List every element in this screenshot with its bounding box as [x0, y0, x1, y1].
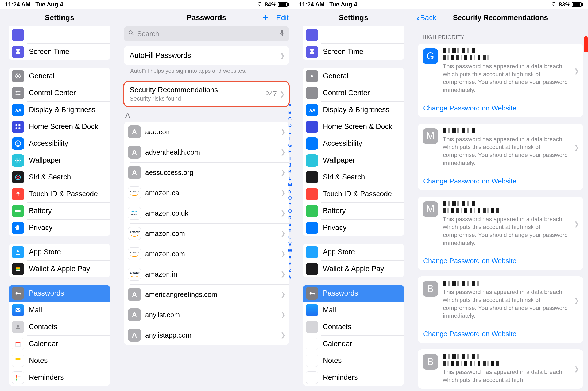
autofill-passwords-row[interactable]: AutoFill Passwords ❯ [124, 46, 289, 65]
recommendation-body[interactable]: MThis password has appeared in a data br… [418, 124, 583, 172]
sidebar-item-battery[interactable]: Battery [9, 202, 110, 219]
sidebar-item-general[interactable]: General [303, 68, 404, 85]
recommendation-card: BThis password has appeared in a data br… [418, 349, 583, 389]
index-letter[interactable]: T [289, 228, 291, 235]
index-letter[interactable]: # [289, 274, 291, 281]
password-entry[interactable]: Aadventhealth.com❯ [124, 142, 289, 162]
sidebar-item-calendar[interactable]: Calendar [9, 335, 110, 352]
index-letter[interactable]: J [289, 162, 291, 169]
sidebar-item-home-dock[interactable]: Home Screen & Dock [303, 118, 404, 135]
sidebar-item-reminders[interactable]: Reminders [9, 369, 110, 386]
sidebar-item-wallet[interactable]: Wallet & Apple Pay [9, 260, 110, 277]
sidebar-item-control-center[interactable]: Control Center [303, 85, 404, 101]
index-letter[interactable]: I [289, 155, 291, 162]
sidebar-item-home-dock[interactable]: Home Screen & Dock [9, 118, 110, 135]
password-entry[interactable]: primevideoamazon.co.uk❯ [124, 203, 289, 223]
change-password-link[interactable]: Change Password on Website [418, 99, 583, 117]
mic-icon[interactable] [280, 29, 285, 38]
password-entry[interactable]: Aamericangreetings.com❯ [124, 284, 289, 305]
password-entry[interactable]: Aanylistapp.com❯ [124, 325, 289, 345]
sidebar-item-unknown[interactable] [303, 26, 404, 43]
index-letter[interactable]: Z [289, 267, 291, 274]
index-letter[interactable]: B [288, 109, 292, 116]
recommendation-card: GThis password has appeared in a data br… [418, 44, 583, 117]
sidebar-item-privacy[interactable]: Privacy [9, 219, 110, 236]
sidebar-item-mail[interactable]: Mail [9, 302, 110, 319]
index-letter[interactable]: L [289, 175, 291, 182]
password-entry[interactable]: amazonamazon.ca❯ [124, 183, 289, 203]
sidebar-item-display[interactable]: AADisplay & Brightness [303, 101, 404, 118]
edit-button[interactable]: Edit [276, 14, 289, 22]
sidebar-item-reminders[interactable]: Reminders [303, 369, 404, 386]
index-letter[interactable]: F [289, 136, 291, 142]
alphabet-index[interactable]: ABCDEFGHIJKLMNOPQRSTUVWXYZ# [287, 103, 293, 388]
change-password-link[interactable]: Change Password on Website [418, 325, 583, 343]
sidebar-item-touchid[interactable]: Touch ID & Passcode [9, 186, 110, 202]
password-entry[interactable]: Aaessuccess.org❯ [124, 162, 289, 183]
sidebar-item-touchid[interactable]: Touch ID & Passcode [303, 186, 404, 202]
sidebar-item-screen-time[interactable]: Screen Time [303, 43, 404, 60]
sidebar-item-battery[interactable]: Battery [303, 202, 404, 219]
index-letter[interactable]: C [288, 116, 292, 122]
password-entry[interactable]: amazonamazon.com❯ [124, 223, 289, 244]
sidebar-item-display[interactable]: AA Display & Brightness [9, 101, 110, 118]
sidebar-item-general[interactable]: General [9, 68, 110, 85]
sidebar-item-wallet[interactable]: Wallet & Apple Pay [303, 260, 404, 277]
sidebar-item-notes[interactable]: Notes [303, 352, 404, 369]
sidebar-item-contacts[interactable]: Contacts [9, 319, 110, 335]
index-letter[interactable]: P [288, 202, 291, 208]
recommendation-body[interactable]: BThis password has appeared in a data br… [418, 276, 583, 325]
sidebar-item-accessibility[interactable]: Accessibility [9, 135, 110, 152]
sidebar-item-calendar[interactable]: Calendar [303, 335, 404, 352]
sidebar-item-wallpaper[interactable]: Wallpaper [9, 152, 110, 169]
search-input[interactable]: Search [124, 26, 289, 41]
change-password-link[interactable]: Change Password on Website [418, 252, 583, 270]
sidebar-item-unknown[interactable] [9, 26, 110, 43]
sidebar-item-contacts[interactable]: Contacts [303, 319, 404, 335]
index-letter[interactable]: H [288, 149, 292, 155]
svg-point-14 [17, 176, 19, 178]
sidebar-item-accessibility[interactable]: Accessibility [303, 135, 404, 152]
index-letter[interactable]: S [288, 221, 291, 228]
sidebar-item-siri[interactable]: Siri & Search [303, 169, 404, 186]
sidebar-item-mail[interactable]: Mail [303, 302, 404, 319]
password-entry[interactable]: Aaaa.com❯ [124, 122, 289, 142]
add-button[interactable]: + [262, 12, 268, 24]
sidebar-item-siri[interactable]: Siri & Search [9, 169, 110, 186]
sidebar-item-privacy[interactable]: Privacy [303, 219, 404, 236]
index-letter[interactable]: E [288, 129, 291, 136]
index-letter[interactable]: K [288, 168, 292, 175]
index-letter[interactable]: W [288, 248, 292, 254]
sidebar-item-app-store[interactable]: App Store [303, 244, 404, 260]
index-letter[interactable]: D [288, 122, 292, 129]
password-entry[interactable]: amazonamazon.com❯ [124, 244, 289, 264]
sidebar-item-notes[interactable]: Notes [9, 352, 110, 369]
security-recommendations-row[interactable]: Security Recommendations Security risks … [124, 82, 289, 106]
index-letter[interactable]: R [288, 215, 292, 221]
index-letter[interactable]: V [288, 241, 291, 248]
sidebar-item-screen-time[interactable]: Screen Time [9, 43, 110, 60]
sidebar-item-control-center[interactable]: Control Center [9, 85, 110, 101]
index-letter[interactable]: A [288, 103, 292, 109]
svg-point-13 [16, 175, 21, 180]
index-letter[interactable]: M [288, 182, 292, 189]
index-letter[interactable]: O [288, 195, 292, 202]
password-entry[interactable]: Aanylist.com❯ [124, 305, 289, 325]
sidebar-item-app-store[interactable]: App Store [9, 244, 110, 260]
index-letter[interactable]: U [288, 235, 292, 241]
index-letter[interactable]: X [288, 254, 291, 261]
back-button[interactable]: ‹ Back [417, 13, 436, 23]
recommendation-body[interactable]: GThis password has appeared in a data br… [418, 44, 583, 99]
sidebar-item-passwords[interactable]: Passwords [9, 285, 110, 302]
index-letter[interactable]: Q [288, 208, 292, 215]
recommendation-body[interactable]: MThis password has appeared in a data br… [418, 197, 583, 252]
sidebar-item-passwords[interactable]: Passwords [303, 285, 404, 302]
recommendation-body[interactable]: BThis password has appeared in a data br… [418, 349, 583, 389]
index-letter[interactable]: Y [288, 261, 291, 267]
sidebar-item-wallpaper[interactable]: Wallpaper [303, 152, 404, 169]
index-letter[interactable]: G [288, 142, 292, 149]
svg-rect-18 [16, 267, 20, 268]
change-password-link[interactable]: Change Password on Website [418, 172, 583, 190]
password-entry[interactable]: amazonamazon.in❯ [124, 264, 289, 284]
index-letter[interactable]: N [288, 188, 292, 195]
